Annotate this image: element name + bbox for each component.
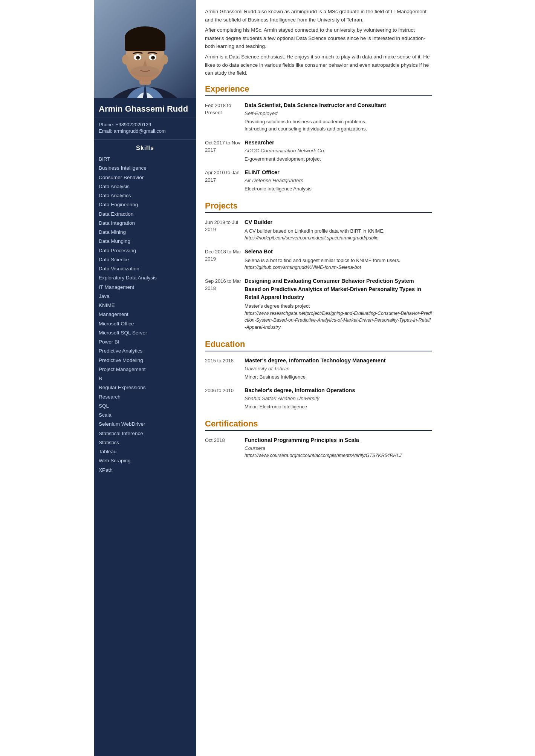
- resume-container: Armin Ghassemi Rudd Phone: +989022020129…: [94, 0, 441, 756]
- skill-item: Data Mining: [99, 228, 191, 237]
- skill-item: Data Visualization: [99, 264, 191, 273]
- entry-link: https://github.com/armingrudd/KNIME-foru…: [245, 264, 432, 271]
- skill-item: KNIME: [99, 301, 191, 310]
- phone-number: Phone: +989022020129: [99, 122, 191, 127]
- skill-item: Data Integration: [99, 219, 191, 228]
- experience-heading: Experience: [205, 84, 432, 96]
- entry-row: 2015 to 2018Master's degree, Information…: [205, 357, 432, 381]
- skill-item: Project Management: [99, 365, 191, 374]
- entry-desc: Providing solutions to business and acad…: [245, 118, 432, 133]
- entry-row: Feb 2018 to PresentData Scientist, Data …: [205, 101, 432, 133]
- certifications-section: Certifications Oct 2018Functional Progra…: [205, 419, 432, 459]
- skill-item: Web Scraping: [99, 456, 191, 465]
- main-content: Armin Ghassemi Rudd also known as arming…: [196, 0, 441, 756]
- entry-body: CV BuilderA CV builder based on LinkedIn…: [245, 218, 432, 242]
- skill-item: Data Analytics: [99, 191, 191, 200]
- skills-heading: Skills: [94, 140, 196, 155]
- entry-title: Functional Programming Principles in Sca…: [245, 436, 432, 445]
- skill-item: Tableau: [99, 447, 191, 456]
- certifications-entries: Oct 2018Functional Programming Principle…: [205, 436, 432, 459]
- profile-photo: [94, 0, 196, 98]
- entry-date: 2006 to 2010: [205, 386, 245, 394]
- skill-item: Data Analysis: [99, 182, 191, 191]
- entry-subtitle: University of Tehran: [245, 365, 432, 373]
- entry-date: Jun 2019 to Jul 2019: [205, 218, 245, 233]
- skill-item: Business Intelligence: [99, 164, 191, 173]
- skill-item: Data Science: [99, 255, 191, 264]
- projects-heading: Projects: [205, 201, 432, 213]
- sidebar: Armin Ghassemi Rudd Phone: +989022020129…: [94, 0, 196, 756]
- entry-body: ELINT OfficerAir Defense HeadquartersEle…: [245, 169, 432, 193]
- entry-title: Researcher: [245, 139, 432, 147]
- bio-p1: Armin Ghassemi Rudd also known as arming…: [205, 8, 432, 24]
- entry-body: Designing and Evaluating Consumer Behavi…: [245, 277, 432, 331]
- entry-date: Feb 2018 to Present: [205, 101, 245, 117]
- entry-desc: Minor: Electronic Intelligence: [245, 403, 432, 411]
- skill-item: Data Munging: [99, 237, 191, 246]
- skill-item: Statistics: [99, 438, 191, 447]
- skill-item: XPath: [99, 466, 191, 475]
- entry-date: Sep 2016 to Mar 2018: [205, 277, 245, 292]
- skill-item: Data Extraction: [99, 210, 191, 219]
- experience-section: Experience Feb 2018 to PresentData Scien…: [205, 84, 432, 193]
- skill-item: SQL: [99, 402, 191, 411]
- svg-rect-8: [125, 38, 165, 51]
- skill-item: BIRT: [99, 155, 191, 164]
- entry-body: ResearcherADOC Communication Network Co.…: [245, 139, 432, 163]
- skill-item: Java: [99, 292, 191, 301]
- skill-item: Scala: [99, 411, 191, 420]
- entry-subtitle: Self-Employed: [245, 110, 432, 117]
- entry-row: Jun 2019 to Jul 2019CV BuilderA CV build…: [205, 218, 432, 242]
- entry-row: Oct 2018Functional Programming Principle…: [205, 436, 432, 459]
- skills-list: BIRTBusiness IntelligenceConsumer Behavi…: [94, 155, 196, 475]
- entry-desc: Electronic Intelligence Analysis: [245, 185, 432, 193]
- skill-item: Microsoft Office: [99, 319, 191, 328]
- entry-desc: Master's degree thesis project: [245, 302, 432, 310]
- skill-item: Predictive Modeling: [99, 356, 191, 365]
- entry-date: Oct 2018: [205, 436, 245, 444]
- entry-link: https://nodepit.com/server/com.nodepit.s…: [245, 235, 432, 242]
- entry-subtitle: Shahid Sattari Aviation University: [245, 395, 432, 402]
- entry-title: Master's degree, Information Technology …: [245, 357, 432, 365]
- entry-body: Master's degree, Information Technology …: [245, 357, 432, 381]
- education-section: Education 2015 to 2018Master's degree, I…: [205, 339, 432, 411]
- entry-date: Oct 2017 to Nov 2017: [205, 139, 245, 154]
- entry-row: Dec 2018 to Mar 2019Selena BotSelena is …: [205, 248, 432, 271]
- entry-title: Designing and Evaluating Consumer Behavi…: [245, 277, 432, 302]
- skill-item: Statistical Inference: [99, 429, 191, 438]
- skill-item: Data Processing: [99, 246, 191, 255]
- entry-title: CV Builder: [245, 218, 432, 227]
- entry-body: Selena BotSelena is a bot to find and su…: [245, 248, 432, 271]
- entry-subtitle: ADOC Communication Network Co.: [245, 147, 432, 155]
- entry-row: Sep 2016 to Mar 2018Designing and Evalua…: [205, 277, 432, 331]
- profile-photo-area: [94, 0, 196, 98]
- entry-desc: Minor: Business Intelligence: [245, 373, 432, 381]
- skill-item: Regular Expressions: [99, 383, 191, 392]
- entry-body: Bachelor's degree, Information Operation…: [245, 386, 432, 411]
- education-heading: Education: [205, 339, 432, 351]
- svg-point-10: [161, 55, 168, 64]
- svg-point-15: [138, 56, 139, 58]
- experience-entries: Feb 2018 to PresentData Scientist, Data …: [205, 101, 432, 193]
- skill-item: Selenium WebDriver: [99, 420, 191, 429]
- skill-item: Microsoft SQL Server: [99, 328, 191, 337]
- entry-title: ELINT Officer: [245, 169, 432, 177]
- skill-item: Predictive Analytics: [99, 347, 191, 356]
- entry-date: Apr 2010 to Jan 2017: [205, 169, 245, 184]
- skill-item: IT Management: [99, 283, 191, 292]
- projects-entries: Jun 2019 to Jul 2019CV BuilderA CV build…: [205, 218, 432, 331]
- entry-desc: E-government development project: [245, 155, 432, 163]
- skill-item: R: [99, 374, 191, 383]
- person-name: Armin Ghassemi Rudd: [94, 98, 196, 118]
- entry-title: Selena Bot: [245, 248, 432, 256]
- entry-body: Functional Programming Principles in Sca…: [245, 436, 432, 459]
- entry-desc: Selena is a bot to find and suggest simi…: [245, 257, 432, 264]
- svg-point-16: [153, 56, 154, 58]
- entry-subtitle: Air Defense Headquarters: [245, 177, 432, 184]
- entry-row: Oct 2017 to Nov 2017ResearcherADOC Commu…: [205, 139, 432, 163]
- entry-date: 2015 to 2018: [205, 357, 245, 365]
- education-entries: 2015 to 2018Master's degree, Information…: [205, 357, 432, 411]
- svg-point-9: [122, 55, 129, 64]
- entry-link: https://www.coursera.org/account/accompl…: [245, 452, 432, 459]
- skill-item: Power BI: [99, 337, 191, 347]
